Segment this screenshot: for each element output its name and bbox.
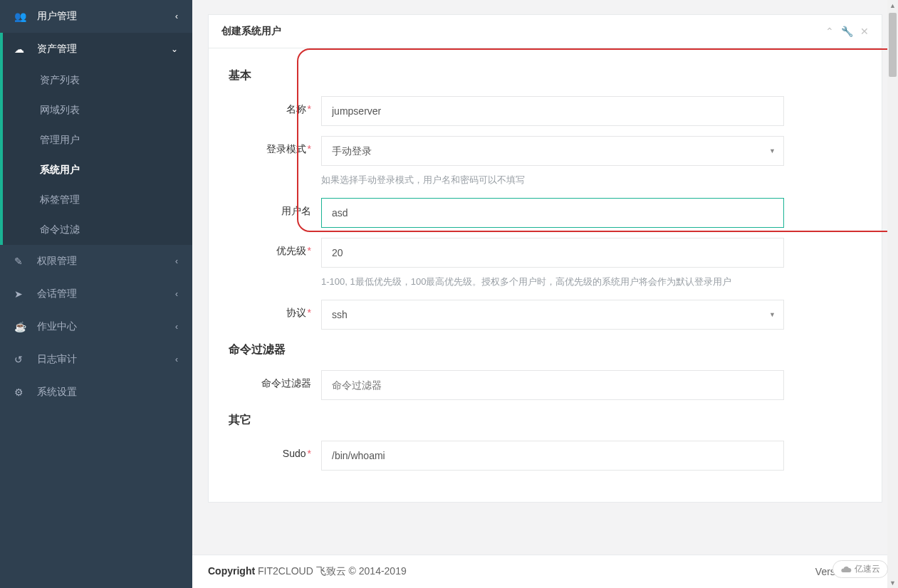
nav-label: 权限管理 <box>37 255 175 268</box>
chevron-down-icon: ⌄ <box>171 44 178 54</box>
name-input[interactable] <box>321 96 784 126</box>
scroll-thumb[interactable] <box>889 13 897 77</box>
sub-domain-list[interactable]: 网域列表 <box>3 95 192 125</box>
protocol-label: 协议* <box>229 300 321 320</box>
nav-asset-mgmt[interactable]: ☁ 资产管理 ⌄ <box>3 33 192 65</box>
cog-icon: ⚙ <box>14 387 28 398</box>
nav-log-audit[interactable]: ↺ 日志审计 ‹ <box>0 343 192 376</box>
brand-text: 亿速云 <box>855 563 880 575</box>
panel-tools: ⌃ 🔧 ✕ <box>825 26 869 37</box>
chevron-left-icon: ‹ <box>175 355 178 364</box>
protocol-select[interactable]: ssh <box>321 300 784 330</box>
nav-perm-mgmt[interactable]: ✎ 权限管理 ‹ <box>0 245 192 278</box>
priority-label: 优先级* <box>229 238 321 258</box>
name-label: 名称* <box>229 96 321 116</box>
nav-label: 用户管理 <box>37 10 175 23</box>
nav-system-settings[interactable]: ⚙ 系统设置 <box>0 376 192 409</box>
username-input[interactable] <box>321 198 784 228</box>
chevron-left-icon: ‹ <box>175 322 178 332</box>
section-basic-heading: 基本 <box>229 68 862 83</box>
nav-job-center[interactable]: ☕ 作业中心 ‹ <box>0 310 192 343</box>
sudo-label: Sudo* <box>229 441 321 459</box>
login-mode-help: 如果选择手动登录模式，用户名和密码可以不填写 <box>321 173 784 188</box>
paper-plane-icon: ➤ <box>14 288 28 300</box>
footer: Copyright FIT2CLOUD 飞致云 © 2014-2019 Vers… <box>192 555 898 588</box>
nav-label: 资产管理 <box>37 43 171 56</box>
panel-title: 创建系统用户 <box>221 25 825 38</box>
login-mode-label: 登录模式* <box>229 136 321 156</box>
sub-tag-mgmt[interactable]: 标签管理 <box>3 185 192 215</box>
nav-label: 系统设置 <box>37 386 178 399</box>
chevron-left-icon: ‹ <box>175 11 178 21</box>
priority-help: 1-100, 1最低优先级，100最高优先级。授权多个用户时，高优先级的系统用户… <box>321 275 784 290</box>
section-filter-heading: 命令过滤器 <box>229 342 862 357</box>
scroll-up-icon[interactable]: ▲ <box>887 0 898 11</box>
footer-copyright: Copyright FIT2CLOUD 飞致云 © 2014-2019 <box>208 565 815 578</box>
wrench-icon[interactable]: 🔧 <box>841 26 853 37</box>
hdd-icon: ☁ <box>14 43 28 55</box>
sidebar: 👥 用户管理 ‹ ☁ 资产管理 ⌄ 资产列表 网域列表 管理用户 系统用户 标签… <box>0 0 192 588</box>
scroll-down-icon[interactable]: ▼ <box>887 577 898 588</box>
sudo-input[interactable] <box>321 441 784 471</box>
close-icon[interactable]: ✕ <box>860 26 869 37</box>
sub-nav-asset: 资产列表 网域列表 管理用户 系统用户 标签管理 命令过滤 <box>3 65 192 245</box>
sub-asset-list[interactable]: 资产列表 <box>3 65 192 95</box>
login-mode-select[interactable]: 手动登录 <box>321 136 784 166</box>
sub-cmd-filter[interactable]: 命令过滤 <box>3 215 192 245</box>
username-label: 用户名 <box>229 198 321 218</box>
edit-icon: ✎ <box>14 256 28 267</box>
users-icon: 👥 <box>14 11 28 22</box>
section-other-heading: 其它 <box>229 413 862 428</box>
sub-system-user[interactable]: 系统用户 <box>3 155 192 185</box>
main-content: 创建系统用户 ⌃ 🔧 ✕ 基本 名称* <box>192 0 898 588</box>
nav-user-mgmt[interactable]: 👥 用户管理 ‹ <box>0 0 192 33</box>
history-icon: ↺ <box>14 354 28 365</box>
cloud-icon <box>840 564 852 575</box>
scrollbar[interactable]: ▲ ▼ <box>887 0 898 588</box>
collapse-icon[interactable]: ⌃ <box>825 26 834 37</box>
nav-session-mgmt[interactable]: ➤ 会话管理 ‹ <box>0 278 192 310</box>
create-system-user-panel: 创建系统用户 ⌃ 🔧 ✕ 基本 名称* <box>208 14 882 503</box>
chevron-left-icon: ‹ <box>175 289 178 299</box>
priority-input[interactable] <box>321 238 784 268</box>
nav-label: 日志审计 <box>37 353 175 366</box>
coffee-icon: ☕ <box>14 321 28 332</box>
brand-badge[interactable]: 亿速云 <box>832 560 888 578</box>
nav-label: 会话管理 <box>37 288 175 300</box>
chevron-left-icon: ‹ <box>175 256 178 266</box>
filter-label: 命令过滤器 <box>229 370 321 390</box>
filter-input[interactable] <box>321 370 784 400</box>
nav-label: 作业中心 <box>37 320 175 333</box>
sub-admin-user[interactable]: 管理用户 <box>3 125 192 155</box>
